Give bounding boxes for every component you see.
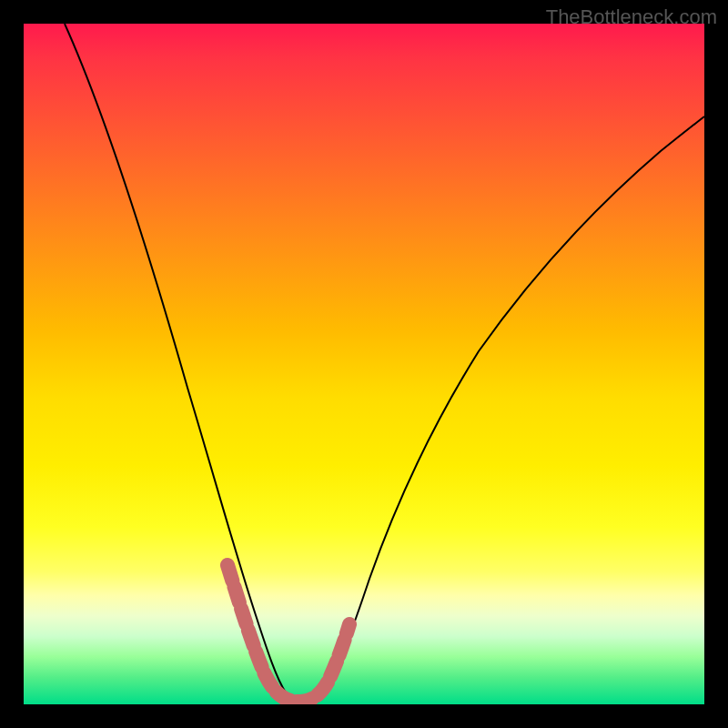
chart-plot-area bbox=[24, 24, 704, 704]
chart-svg bbox=[24, 24, 704, 704]
watermark-text: TheBottleneck.com bbox=[546, 5, 717, 29]
bottleneck-curve-line bbox=[65, 24, 704, 701]
